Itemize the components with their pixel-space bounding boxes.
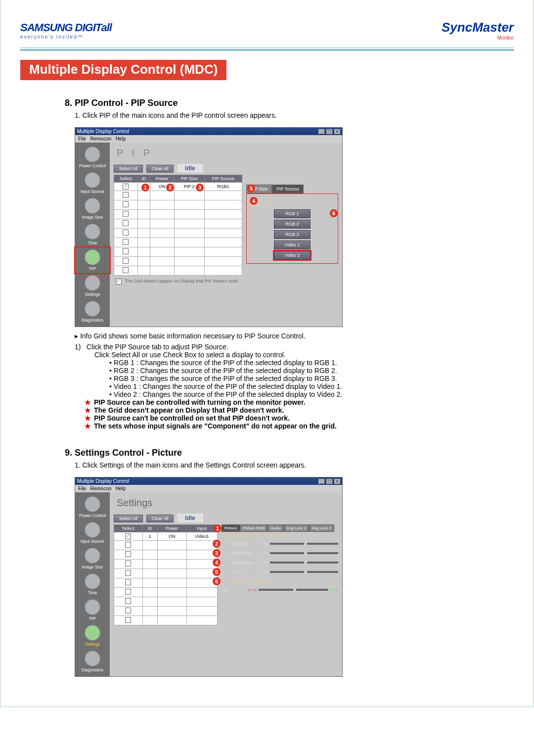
maximize-icon[interactable]: □	[326, 129, 332, 134]
clear-all-button[interactable]: Clear All	[146, 515, 174, 522]
slider-thumb[interactable]	[293, 587, 296, 592]
sidebar-item-time[interactable]: Time	[75, 222, 110, 247]
checkbox[interactable]	[125, 598, 131, 604]
checkbox[interactable]	[123, 258, 129, 264]
checkbox[interactable]	[125, 579, 131, 585]
table-row[interactable]	[114, 541, 218, 550]
minimize-icon[interactable]: _	[318, 129, 324, 134]
table-row[interactable]	[114, 588, 218, 597]
table-row[interactable]	[114, 578, 218, 588]
src-video2-button[interactable]: Video 2	[274, 251, 311, 260]
table-row[interactable]	[114, 229, 242, 238]
close-icon[interactable]: ×	[334, 129, 340, 134]
checkbox[interactable]	[125, 561, 131, 567]
tab-picture[interactable]: Picture	[222, 524, 240, 532]
sidebar-item-diagnostics[interactable]: Diagnostics	[75, 649, 110, 674]
clear-all-button[interactable]: Clear All	[146, 165, 174, 173]
tint-right: G 50	[330, 588, 338, 592]
src-rgb1-button[interactable]: RGB 1	[274, 209, 311, 218]
slider-track[interactable]	[259, 589, 328, 591]
table-row[interactable]	[114, 219, 242, 229]
checkbox[interactable]	[123, 248, 129, 254]
table-row[interactable]	[114, 616, 218, 625]
slider-thumb[interactable]	[304, 551, 307, 556]
checkbox[interactable]	[123, 267, 129, 273]
sidebar-item-time[interactable]: Time	[75, 571, 110, 597]
checkbox[interactable]	[125, 542, 131, 548]
slider-thumb[interactable]	[304, 560, 307, 565]
tab-imglock2[interactable]: Img Lock 2	[309, 524, 334, 532]
slider-contrast[interactable]: 2 Contrast 50	[222, 540, 338, 548]
checkbox[interactable]	[123, 184, 129, 189]
slider-brightness[interactable]: 3 Brightness 50	[222, 549, 338, 557]
checkbox[interactable]	[123, 220, 129, 226]
table-row[interactable]	[114, 238, 242, 247]
src-rgb2-button[interactable]: RGB 2	[274, 220, 311, 229]
menu-help[interactable]: Help	[116, 136, 126, 142]
checkbox[interactable]	[125, 570, 131, 576]
menu-remocon[interactable]: Remocon	[90, 486, 111, 491]
slider-track[interactable]	[270, 552, 338, 554]
tab-imglock1[interactable]: Img Lock 1	[284, 524, 309, 532]
checkbox[interactable]	[125, 617, 131, 623]
slider-color[interactable]: 5 Color 50	[222, 568, 338, 576]
src-rgb3-button[interactable]: RGB 3	[274, 230, 311, 239]
sidebar-item-power[interactable]: Power Control	[75, 494, 110, 520]
table-row[interactable]	[114, 200, 242, 210]
table-row[interactable]	[114, 266, 242, 276]
checkbox[interactable]	[123, 211, 129, 217]
sidebar-item-settings[interactable]: Settings	[75, 623, 110, 649]
select-all-button[interactable]: Select All	[114, 515, 143, 522]
tab-audio[interactable]: Audio	[267, 524, 283, 532]
select-all-button[interactable]: Select All	[114, 165, 143, 173]
table-row[interactable]: 1 ON PIP 2 RGB1	[114, 183, 242, 191]
checkbox[interactable]	[123, 192, 129, 198]
sidebar-item-settings[interactable]: Settings	[75, 273, 110, 299]
slider-track[interactable]	[270, 571, 338, 573]
tab-picturergb[interactable]: Picture RGB	[240, 524, 267, 532]
table-row[interactable]	[114, 569, 218, 578]
brand-left-main: SAMSUNG DIGITall	[20, 21, 112, 34]
sidebar-item-imagesize[interactable]: Image Size	[75, 196, 110, 222]
checkbox[interactable]	[125, 551, 131, 557]
slider-tint[interactable]: Tint R 50 G 50	[222, 587, 338, 592]
minimize-icon[interactable]: _	[318, 479, 324, 484]
checkbox[interactable]	[125, 589, 131, 595]
close-icon[interactable]: ×	[334, 479, 340, 484]
menu-help[interactable]: Help	[116, 486, 126, 491]
table-row[interactable]	[114, 191, 242, 200]
table-row[interactable]	[114, 607, 218, 616]
src-video1-button[interactable]: Video 1	[274, 240, 311, 249]
slider-track[interactable]	[270, 562, 338, 564]
checkbox[interactable]	[125, 533, 131, 539]
table-row[interactable]	[114, 560, 218, 569]
slider-thumb[interactable]	[304, 569, 307, 574]
sidebar-item-pip[interactable]: PIP	[75, 247, 110, 273]
slider-sharpness[interactable]: 4 Sharpness 50	[222, 559, 338, 567]
sidebar-item-input[interactable]: Input Source	[75, 170, 110, 196]
tab-pipsource[interactable]: PIP Source	[272, 185, 303, 193]
sidebar-item-input[interactable]: Input Source	[75, 520, 110, 546]
checkbox[interactable]	[116, 279, 122, 284]
menu-file[interactable]: File	[78, 486, 86, 491]
table-row[interactable]	[114, 257, 242, 266]
slider-thumb[interactable]	[304, 541, 307, 546]
maximize-icon[interactable]: □	[326, 479, 332, 484]
table-row[interactable]: 1 ON Video1	[114, 532, 218, 541]
sidebar-item-power[interactable]: Power Control	[75, 144, 110, 170]
checkbox[interactable]	[123, 239, 129, 245]
table-row[interactable]	[114, 247, 242, 257]
sidebar-item-diagnostics[interactable]: Diagnostics	[75, 299, 110, 325]
sidebar-item-pip[interactable]: PIP	[75, 597, 110, 623]
checkbox[interactable]	[123, 230, 129, 236]
table-row[interactable]	[114, 550, 218, 560]
table-row[interactable]	[114, 597, 218, 607]
checkbox[interactable]	[125, 608, 131, 614]
checkbox[interactable]	[123, 201, 129, 207]
menu-file[interactable]: File	[78, 136, 86, 142]
sidebar-item-imagesize[interactable]: Image Size	[75, 546, 110, 571]
menu-remocon[interactable]: Remocon	[90, 136, 111, 142]
slider-track[interactable]	[270, 543, 338, 545]
page: SAMSUNG DIGITall everyone's invited™ Syn…	[0, 0, 534, 707]
table-row[interactable]	[114, 210, 242, 219]
